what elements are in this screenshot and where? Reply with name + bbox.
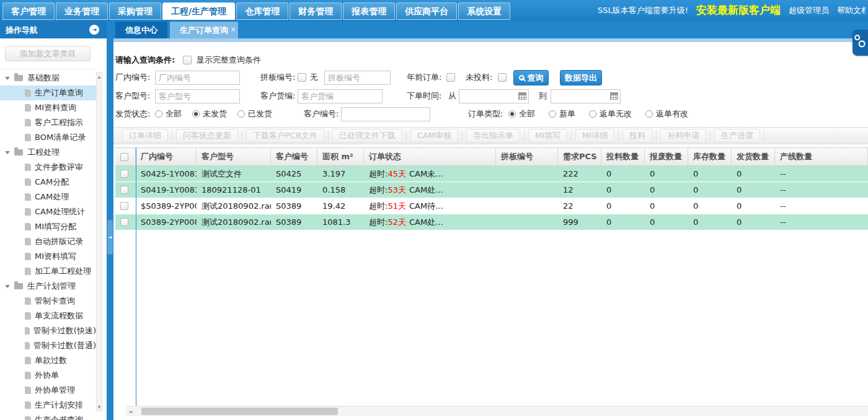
- splitter-collapse-handle[interactable]: ◄: [107, 220, 113, 255]
- tree-item[interactable]: 文件参数评审: [0, 160, 96, 175]
- scroll-up-icon[interactable]: ▲: [97, 74, 102, 79]
- radio-option[interactable]: 全部: [508, 108, 535, 120]
- radio-option[interactable]: 全部: [155, 108, 182, 120]
- sidebar-scrollbar[interactable]: ▲ ▼: [96, 72, 102, 411]
- tree-item[interactable]: MI资料填写: [0, 249, 96, 264]
- not-fed-checkbox[interactable]: [498, 73, 507, 82]
- nav-tab[interactable]: 采购管理: [109, 2, 161, 20]
- tree-item[interactable]: 生产订单查询: [0, 85, 96, 100]
- current-user[interactable]: 超级管理员: [789, 5, 829, 16]
- column-header[interactable]: 投料数量: [601, 148, 645, 165]
- toolbar-button[interactable]: CAM审核: [410, 129, 458, 142]
- table-row[interactable]: $S0389-2YP00... 测试20180902.rar S0389 19.…: [115, 198, 868, 214]
- column-header[interactable]: 产线数量: [775, 148, 868, 165]
- row-checkbox[interactable]: [120, 202, 128, 210]
- toolbar-button[interactable]: 导出指示单: [466, 129, 520, 142]
- nav-tab[interactable]: 供应商平台: [396, 2, 457, 20]
- column-header[interactable]: 报废数量: [645, 148, 688, 165]
- toolbar-button[interactable]: 投料: [622, 129, 652, 142]
- column-header[interactable]: 厂内编号: [136, 148, 197, 165]
- toolbar-button[interactable]: 生产进度: [714, 129, 760, 142]
- tree-item[interactable]: 生产令书查询: [0, 413, 96, 420]
- toolbar-button[interactable]: 已处理文件下载: [332, 129, 402, 142]
- content-tab[interactable]: 生产订单查询 ×: [170, 22, 238, 38]
- tree-item[interactable]: CAM处理: [0, 190, 96, 204]
- column-header[interactable]: 客户编号: [271, 148, 317, 165]
- tree-item[interactable]: 生产计划安排: [0, 398, 96, 413]
- close-icon[interactable]: ×: [231, 21, 236, 38]
- tree-item[interactable]: 工程处理: [0, 145, 96, 160]
- add-category-button[interactable]: 添加新文章类目: [5, 46, 91, 61]
- nav-tab[interactable]: 财务管理: [290, 2, 342, 20]
- toolbar-button[interactable]: MI填写: [528, 129, 567, 142]
- tree-item[interactable]: MI资料查询: [0, 100, 96, 115]
- tree-item[interactable]: 单支流程数据: [0, 308, 96, 323]
- export-button[interactable]: 数据导出: [560, 70, 602, 85]
- caret-down-icon[interactable]: [5, 77, 10, 80]
- column-header[interactable]: 订单状态: [364, 148, 496, 165]
- tree-item[interactable]: 管制卡过数(快速): [0, 323, 96, 338]
- table-row[interactable]: S0425-1Y00833 测试空文件 S0425 3.197 超时:45天CA…: [115, 166, 868, 182]
- toolbar-button[interactable]: 问客状态更新: [176, 129, 238, 142]
- panel-no-input[interactable]: [324, 71, 391, 85]
- tree-item[interactable]: CAM分配: [0, 175, 96, 190]
- tree-item[interactable]: 自动拼版记录: [0, 234, 96, 249]
- install-client-link[interactable]: 安装最新版客户端: [696, 3, 781, 17]
- customer-code-input[interactable]: [298, 89, 383, 103]
- nav-tab[interactable]: 业务管理: [56, 2, 108, 20]
- radio-option[interactable]: 返单无改: [589, 108, 632, 120]
- content-tab[interactable]: 信息中心 ×: [115, 22, 167, 38]
- calendar-icon[interactable]: [610, 92, 618, 100]
- row-checkbox[interactable]: [120, 170, 128, 178]
- tree-item[interactable]: 外协单: [0, 368, 96, 383]
- column-header[interactable]: 拼板编号: [496, 148, 558, 165]
- support-float-icon[interactable]: [852, 30, 868, 56]
- row-checkbox[interactable]: [120, 186, 128, 194]
- tree-item[interactable]: 外协单管理: [0, 383, 96, 398]
- tree-item[interactable]: 单款过数: [0, 353, 96, 368]
- caret-down-icon[interactable]: [5, 285, 10, 288]
- order-time-to-input[interactable]: [551, 89, 621, 103]
- table-row[interactable]: S0419-1Y0083... 180921128-01 S0419 0.158…: [115, 182, 868, 198]
- select-all-checkbox[interactable]: [120, 153, 128, 161]
- table-row[interactable]: S0389-2YP00811 测试20180902.rar S0389 1081…: [115, 214, 868, 230]
- horizontal-scrollbar[interactable]: ◄: [126, 406, 868, 416]
- nav-tab[interactable]: 客户管理: [2, 2, 55, 20]
- tree-item[interactable]: MI填写分配: [0, 219, 96, 234]
- column-header[interactable]: 客户型号: [197, 148, 271, 165]
- column-header[interactable]: 面积 m²: [317, 148, 364, 165]
- tree-item[interactable]: 生产计划管理: [0, 279, 96, 294]
- show-full-checkbox[interactable]: [183, 56, 192, 64]
- customer-no-input[interactable]: [341, 107, 430, 121]
- column-header[interactable]: 需求PCS: [558, 148, 601, 165]
- panel-none-checkbox[interactable]: [298, 73, 306, 82]
- column-header[interactable]: 库存数量: [688, 148, 732, 165]
- caret-down-icon[interactable]: [5, 151, 10, 154]
- horizontal-scroll-thumb[interactable]: [141, 408, 338, 415]
- pre-year-checkbox[interactable]: [446, 73, 455, 82]
- radio-option[interactable]: 返单有改: [645, 108, 688, 120]
- nav-tab[interactable]: 工程/生产管理: [162, 2, 235, 20]
- order-time-from-input[interactable]: [459, 89, 529, 103]
- tree-item[interactable]: CAM处理统计: [0, 204, 96, 219]
- nav-tab[interactable]: 报表管理: [343, 2, 395, 20]
- panel-splitter[interactable]: ◄: [107, 38, 113, 420]
- sidebar-collapse-icon[interactable]: ◄: [89, 25, 99, 35]
- help-link[interactable]: 帮助文档: [837, 5, 866, 16]
- row-checkbox[interactable]: [120, 218, 128, 226]
- tree-item[interactable]: 管制卡查询: [0, 294, 96, 308]
- radio-option[interactable]: 未发货: [192, 108, 227, 120]
- scroll-down-icon[interactable]: ▼: [97, 405, 102, 409]
- scroll-left-icon[interactable]: ◄: [128, 406, 132, 417]
- search-button[interactable]: 查询: [513, 70, 549, 85]
- nav-tab[interactable]: 系统设置: [458, 2, 510, 20]
- tree-item[interactable]: 管制卡过数(普通): [0, 338, 96, 353]
- tree-item[interactable]: 加工单工程处理: [0, 264, 96, 279]
- tree-item[interactable]: 客户工程指示: [0, 115, 96, 130]
- toolbar-button[interactable]: 订单详细: [122, 129, 168, 142]
- toolbar-button[interactable]: 下载客户PCB文件: [246, 129, 324, 142]
- customer-model-input[interactable]: [155, 89, 240, 103]
- nav-tab[interactable]: 仓库管理: [236, 2, 288, 20]
- column-header[interactable]: 发货数量: [732, 148, 775, 165]
- toolbar-button[interactable]: MI详细: [575, 129, 614, 142]
